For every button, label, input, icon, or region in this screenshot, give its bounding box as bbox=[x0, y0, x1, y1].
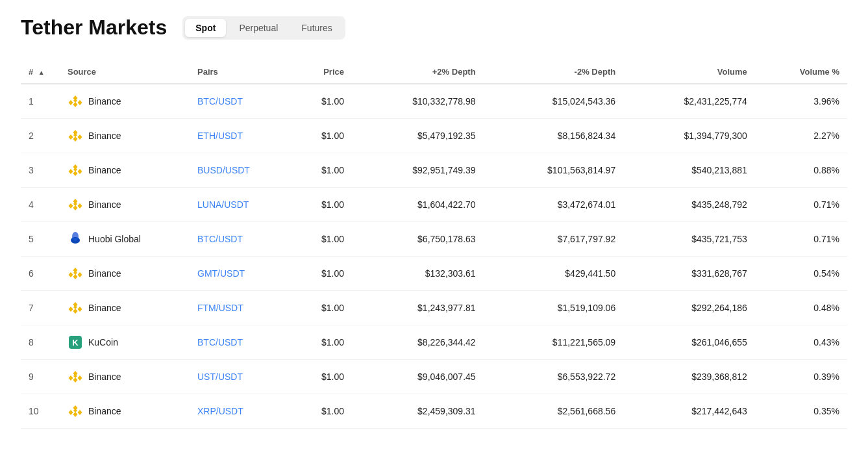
pair-cell[interactable]: XRP/USDT bbox=[190, 394, 287, 429]
page-header: Tether Markets Spot Perpetual Futures bbox=[21, 16, 847, 40]
huobi-icon bbox=[68, 231, 83, 247]
svg-marker-12 bbox=[78, 169, 82, 174]
source-cell: Binance bbox=[60, 119, 190, 153]
pair-link[interactable]: GMT/USDT bbox=[197, 268, 245, 279]
source-name: Binance bbox=[88, 406, 121, 416]
price-cell: $1.00 bbox=[287, 188, 352, 222]
svg-marker-18 bbox=[73, 205, 78, 210]
pair-link[interactable]: BUSD/USDT bbox=[197, 165, 250, 175]
volume-pct-cell: 0.54% bbox=[755, 257, 847, 291]
source-cell: Huobi Global bbox=[60, 222, 190, 257]
depth-minus-cell: $11,221,565.09 bbox=[484, 325, 624, 360]
pair-cell[interactable]: FTM/USDT bbox=[190, 291, 287, 325]
volume-cell: $292,264,186 bbox=[623, 291, 755, 325]
pair-cell[interactable]: GMT/USDT bbox=[190, 257, 287, 291]
volume-cell: $217,442,643 bbox=[623, 394, 755, 429]
depth-plus-cell: $9,046,007.45 bbox=[352, 360, 484, 394]
svg-marker-8 bbox=[73, 136, 78, 142]
pair-cell[interactable]: LUNA/USDT bbox=[190, 188, 287, 222]
price-cell: $1.00 bbox=[287, 360, 352, 394]
pair-link[interactable]: UST/USDT bbox=[197, 372, 243, 382]
svg-marker-41 bbox=[78, 410, 82, 415]
binance-icon bbox=[68, 266, 83, 281]
pair-link[interactable]: BTC/USDT bbox=[197, 337, 243, 347]
price-cell: $1.00 bbox=[287, 153, 352, 188]
svg-marker-4 bbox=[73, 99, 77, 103]
svg-marker-29 bbox=[78, 307, 82, 312]
svg-marker-31 bbox=[73, 305, 77, 309]
pair-cell[interactable]: ETH/USDT bbox=[190, 119, 287, 153]
source-cell: Binance bbox=[60, 188, 190, 222]
volume-cell: $1,394,779,300 bbox=[623, 119, 755, 153]
volume-cell: $540,213,881 bbox=[623, 153, 755, 188]
col-volume-pct: Volume % bbox=[755, 60, 847, 84]
table-row: 1 Binance BTC/USDT $1.00 $10,332,778.98 … bbox=[21, 84, 847, 119]
table-row: 6 Binance GMT/USDT $1.00 $132,303.61 $42… bbox=[21, 257, 847, 291]
pair-link[interactable]: BTC/USDT bbox=[197, 96, 243, 107]
price-cell: $1.00 bbox=[287, 291, 352, 325]
pair-link[interactable]: ETH/USDT bbox=[197, 131, 243, 141]
svg-text:K: K bbox=[72, 338, 79, 347]
volume-pct-cell: 0.71% bbox=[755, 188, 847, 222]
depth-plus-cell: $92,951,749.39 bbox=[352, 153, 484, 188]
source-name: Binance bbox=[88, 199, 121, 210]
volume-cell: $331,628,767 bbox=[623, 257, 755, 291]
volume-cell: $261,046,655 bbox=[623, 325, 755, 360]
source-name: Binance bbox=[88, 165, 121, 175]
table-row: 2 Binance ETH/USDT $1.00 $5,479,192.35 $… bbox=[21, 119, 847, 153]
pair-link[interactable]: FTM/USDT bbox=[197, 303, 243, 313]
volume-cell: $239,368,812 bbox=[623, 360, 755, 394]
depth-minus-cell: $2,561,668.56 bbox=[484, 394, 624, 429]
depth-plus-cell: $5,479,192.35 bbox=[352, 119, 484, 153]
depth-minus-cell: $3,472,674.01 bbox=[484, 188, 624, 222]
source-cell: Binance bbox=[60, 291, 190, 325]
pair-link[interactable]: BTC/USDT bbox=[197, 234, 243, 244]
tab-futures[interactable]: Futures bbox=[291, 19, 342, 37]
volume-pct-cell: 0.88% bbox=[755, 153, 847, 188]
svg-marker-35 bbox=[69, 375, 73, 381]
rank-cell: 9 bbox=[21, 360, 60, 394]
source-cell: Binance bbox=[60, 153, 190, 188]
pair-link[interactable]: XRP/USDT bbox=[197, 406, 243, 416]
svg-marker-17 bbox=[78, 203, 82, 208]
col-rank[interactable]: # ▲ bbox=[21, 60, 60, 84]
table-row: 7 Binance FTM/USDT $1.00 $1,243,977.81 $… bbox=[21, 291, 847, 325]
volume-pct-cell: 0.39% bbox=[755, 360, 847, 394]
source-cell: Binance bbox=[60, 84, 190, 119]
col-depth-minus: -2% Depth bbox=[484, 60, 624, 84]
tab-spot[interactable]: Spot bbox=[185, 19, 226, 37]
tab-perpetual[interactable]: Perpetual bbox=[229, 19, 288, 37]
table-header-row: # ▲ Source Pairs Price +2% Depth -2% Dep… bbox=[21, 60, 847, 84]
table-row: 3 Binance BUSD/USDT $1.00 $92,951,749.39… bbox=[21, 153, 847, 188]
svg-marker-2 bbox=[78, 100, 82, 105]
pair-cell[interactable]: BTC/USDT bbox=[190, 222, 287, 257]
price-cell: $1.00 bbox=[287, 119, 352, 153]
pair-cell[interactable]: UST/USDT bbox=[190, 360, 287, 394]
table-row: 8 K KuCoin BTC/USDT $1.00 $8,226,344.42 … bbox=[21, 325, 847, 360]
svg-marker-26 bbox=[73, 271, 77, 275]
svg-marker-14 bbox=[73, 168, 77, 171]
rank-cell: 6 bbox=[21, 257, 60, 291]
rank-cell: 8 bbox=[21, 325, 60, 360]
depth-plus-cell: $1,604,422.70 bbox=[352, 188, 484, 222]
depth-minus-cell: $429,441.50 bbox=[484, 257, 624, 291]
depth-minus-cell: $7,617,797.92 bbox=[484, 222, 624, 257]
pair-cell[interactable]: BTC/USDT bbox=[190, 84, 287, 119]
pair-cell[interactable]: BTC/USDT bbox=[190, 325, 287, 360]
rank-cell: 1 bbox=[21, 84, 60, 119]
svg-marker-11 bbox=[69, 169, 73, 174]
price-cell: $1.00 bbox=[287, 325, 352, 360]
rank-cell: 10 bbox=[21, 394, 60, 429]
svg-marker-19 bbox=[73, 202, 77, 206]
binance-icon bbox=[68, 128, 83, 144]
pair-cell[interactable]: BUSD/USDT bbox=[190, 153, 287, 188]
svg-marker-16 bbox=[69, 203, 73, 208]
col-source: Source bbox=[60, 60, 190, 84]
pair-link[interactable]: LUNA/USDT bbox=[197, 199, 249, 210]
volume-cell: $2,431,225,774 bbox=[623, 84, 755, 119]
source-name: KuCoin bbox=[88, 337, 118, 347]
svg-marker-40 bbox=[69, 410, 73, 415]
table-row: 9 Binance UST/USDT $1.00 $9,046,007.45 $… bbox=[21, 360, 847, 394]
volume-pct-cell: 0.71% bbox=[755, 222, 847, 257]
markets-table: # ▲ Source Pairs Price +2% Depth -2% Dep… bbox=[21, 60, 847, 429]
